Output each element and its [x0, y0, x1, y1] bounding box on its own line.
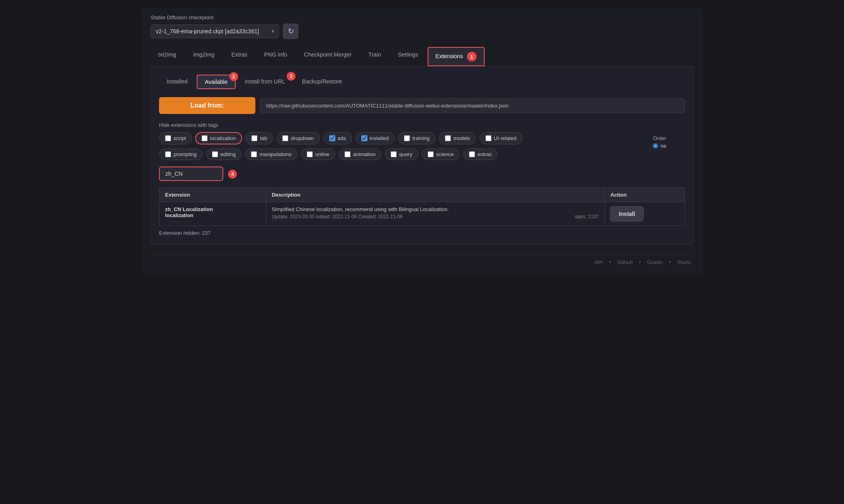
tag-script[interactable]: script	[159, 132, 192, 144]
tags-container: script localization tab dropdown	[159, 132, 646, 164]
tag-ui-related[interactable]: UI related	[479, 132, 522, 144]
url-input[interactable]	[260, 98, 685, 113]
extensions-table: Extension Description Action zh_CN Local…	[159, 187, 685, 226]
hidden-count: Extension hidden: 237	[159, 230, 685, 236]
checkpoint-select-wrapper: v2-1_768-ema-pruned.ckpt [ad2a33c361]	[151, 24, 279, 38]
footer-dot-1: •	[609, 259, 612, 265]
tab-checkpoint[interactable]: Checkpoint Merger	[296, 47, 359, 66]
tag-manipulations-checkbox[interactable]	[251, 151, 257, 157]
tab-extensions[interactable]: Extensions 1	[428, 47, 485, 66]
footer-dot-3: •	[669, 259, 672, 265]
footer-startup[interactable]: Startu	[677, 259, 691, 265]
col-description: Description	[266, 188, 605, 202]
tag-animation[interactable]: animation	[338, 148, 381, 160]
tab-img2img[interactable]: img2img	[186, 47, 222, 66]
tag-science-checkbox[interactable]	[428, 151, 434, 157]
tag-extras-checkbox[interactable]	[469, 151, 475, 157]
extensions-badge: 1	[467, 52, 477, 61]
tags-order-row: script localization tab dropdown	[159, 132, 685, 164]
ext-name: zh_CN Localizationlocalization	[159, 202, 266, 226]
tag-prompting[interactable]: prompting	[159, 148, 203, 160]
footer-dot-2: •	[639, 259, 642, 265]
tag-prompting-checkbox[interactable]	[165, 151, 171, 157]
refresh-button[interactable]: ↻	[283, 24, 298, 39]
ext-name-text: zh_CN Localizationlocalization	[165, 206, 213, 218]
tag-script-checkbox[interactable]	[165, 135, 171, 141]
install-button[interactable]: Install	[610, 206, 643, 222]
app-container: Stable Diffusion checkpoint v2-1_768-ema…	[141, 7, 703, 275]
tags-row-2: prompting editing manipulations online	[159, 148, 646, 160]
tag-query[interactable]: query	[385, 148, 418, 160]
tag-training[interactable]: training	[398, 132, 436, 144]
checkpoint-select[interactable]: v2-1_768-ema-pruned.ckpt [ad2a33c361]	[151, 24, 279, 38]
tags-row-1: script localization tab dropdown	[159, 132, 646, 144]
tab-txt2img[interactable]: txt2img	[151, 47, 184, 66]
hide-tags-label: Hide extensions with tags	[159, 122, 685, 128]
ext-description: Simplified Chinese localization, recomme…	[266, 202, 605, 226]
tag-ui-related-checkbox[interactable]	[485, 135, 491, 141]
subtab-install-url[interactable]: Install from URL 3	[237, 75, 293, 89]
tag-science[interactable]: science	[422, 148, 460, 160]
tag-editing[interactable]: editing	[206, 148, 242, 160]
tag-editing-checkbox[interactable]	[212, 151, 218, 157]
available-badge: 2	[229, 72, 238, 81]
tag-dropdown[interactable]: dropdown	[276, 132, 320, 144]
tag-installed[interactable]: installed	[355, 132, 395, 144]
order-newest[interactable]: ne	[653, 143, 685, 149]
subtab-backup[interactable]: Backup/Restore	[294, 75, 350, 89]
tag-animation-checkbox[interactable]	[345, 151, 351, 157]
footer-api[interactable]: API	[595, 259, 603, 265]
tag-localization[interactable]: localization	[195, 132, 242, 144]
search-badge: 4	[228, 170, 237, 179]
tab-settings[interactable]: Settings	[390, 47, 426, 66]
search-row: 4	[159, 167, 685, 181]
order-section: Order ne	[653, 132, 685, 149]
tag-ads-checkbox[interactable]	[329, 135, 335, 141]
tag-manipulations[interactable]: manipulations	[245, 148, 298, 160]
tag-online[interactable]: online	[301, 148, 335, 160]
tab-pnginfo[interactable]: PNG Info	[257, 47, 295, 66]
footer-gradio[interactable]: Gradio	[647, 259, 663, 265]
load-row: Load from:	[159, 97, 685, 114]
tab-train[interactable]: Train	[361, 47, 389, 66]
footer-github[interactable]: Github	[617, 259, 632, 265]
tag-dropdown-checkbox[interactable]	[282, 135, 288, 141]
order-newest-radio[interactable]	[653, 143, 658, 148]
order-label: Order	[653, 132, 685, 141]
subtab-available[interactable]: Available 2	[197, 75, 236, 89]
tag-tab[interactable]: tab	[245, 132, 273, 144]
tag-extras[interactable]: extras	[463, 148, 497, 160]
tag-training-checkbox[interactable]	[404, 135, 410, 141]
tab-content: Installed Available 2 Install from URL 3…	[151, 67, 693, 244]
ext-desc-meta: Update: 2023-03-30 Added: 2022-11-06 Cre…	[272, 214, 599, 219]
table-row: zh_CN Localizationlocalization Simplifie…	[159, 202, 685, 226]
col-extension: Extension	[159, 188, 266, 202]
tag-models[interactable]: models	[439, 132, 476, 144]
tag-online-checkbox[interactable]	[307, 151, 313, 157]
tag-ads[interactable]: ads	[323, 132, 352, 144]
search-input[interactable]	[159, 167, 223, 181]
tag-tab-checkbox[interactable]	[251, 135, 257, 141]
ext-action: Install	[605, 202, 685, 226]
tag-query-checkbox[interactable]	[391, 151, 397, 157]
checkpoint-row: v2-1_768-ema-pruned.ckpt [ad2a33c361] ↻	[151, 24, 693, 39]
footer: API • Github • Gradio • Startu	[151, 254, 693, 265]
col-action: Action	[605, 188, 685, 202]
main-tabs: txt2img img2img Extras PNG Info Checkpoi…	[151, 47, 693, 67]
sub-tabs: Installed Available 2 Install from URL 3…	[159, 75, 685, 89]
tag-installed-checkbox[interactable]	[361, 135, 367, 141]
checkpoint-label: Stable Diffusion checkpoint	[151, 14, 693, 20]
tab-extras[interactable]: Extras	[224, 47, 255, 66]
ext-desc-main: Simplified Chinese localization, recomme…	[272, 206, 599, 212]
tag-models-checkbox[interactable]	[445, 135, 451, 141]
tag-localization-checkbox[interactable]	[202, 135, 208, 141]
subtab-installed[interactable]: Installed	[159, 75, 195, 89]
load-from-button[interactable]: Load from:	[159, 97, 255, 114]
